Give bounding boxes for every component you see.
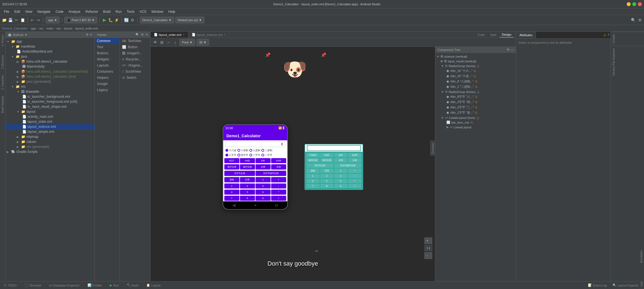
tab-close-science[interactable]: ✕ [224,33,226,36]
btn-or[interactable]: OR [256,158,271,163]
radio-16[interactable]: 十六进 [225,149,236,152]
tab-close-order[interactable]: ✕ [183,33,185,36]
palette-cat-buttons[interactable]: Buttons [95,50,120,56]
btn-and[interactable]: AND [240,158,255,163]
design-eye-icon[interactable]: 👁 [153,40,158,45]
gear-icon[interactable]: ⚙ [637,18,642,23]
device-file-tab[interactable]: Device File Explorer [611,46,644,78]
comp-rbtn2[interactable]: ◉ rbtn_2 "二进制..." ⚠ [435,84,516,89]
palette-switch[interactable]: ⊙ Switch [120,75,150,81]
btn-7[interactable]: 7 [224,196,239,201]
btn-cyclic-left[interactable]: 循环左移 [224,164,239,170]
comp-rbtn8byte[interactable]: ◉ rbtn_8字节 "八..." ⚠ [435,94,516,99]
breadcrumb-app[interactable]: app [31,27,36,30]
menu-edit[interactable]: Edit [12,9,22,14]
status-build[interactable]: 🔨 Build [125,283,140,288]
favorites-tab[interactable]: 2: Favorites [1,74,5,91]
breadcrumb-project[interactable]: Demo1_Calculator [2,27,28,30]
tab-design-view[interactable]: Design [500,32,514,38]
device-selector[interactable]: 📱 Pixel 2 API 30 ▼ [64,17,97,23]
phone-input[interactable] [225,141,285,147]
design-grid-icon[interactable]: ⊞ [159,40,164,45]
palette-cat-google[interactable]: Google [95,81,120,87]
radio-1byte[interactable]: 一字节 [261,153,272,157]
palette-scrollview[interactable]: ↕ ScrollView [120,68,150,75]
close-button[interactable] [638,2,642,6]
menu-help[interactable]: Help [166,9,178,14]
btn-multiply[interactable]: * [271,190,286,195]
btn-backslash[interactable]: \ [271,196,286,201]
comp-rbtn1byte[interactable]: ◉ rbtn_1字节 "使..." ⚠ [435,110,516,115]
palette-settings-icon[interactable]: ⚙ [141,33,144,36]
menu-tools[interactable]: Tools [125,9,137,14]
status-run[interactable]: ▶ Run [108,283,120,288]
breadcrumb-src[interactable]: src [39,27,43,30]
btn-backspace[interactable]: 退格 [224,177,239,182]
radio-4byte[interactable]: 四字节 [237,153,248,157]
menu-vcs[interactable]: VCS [137,9,149,14]
palette-cat-common[interactable]: Common [95,38,120,44]
comp-linearlayout-2[interactable]: ▶ ▭ LinearLayout [435,125,516,129]
tree-package-unittest[interactable]: ▶ 📦 henu.soft.demo1_calculator (test) [6,74,94,79]
preview-input[interactable] [307,146,360,151]
btn-xor[interactable]: XOR [271,158,286,163]
radio-2[interactable]: 二进制 [261,149,272,152]
tree-res[interactable]: ▼ 📁 res [6,84,94,89]
tree-mainactivity[interactable]: 🅒 MainActivity [6,64,94,69]
tree-package-test[interactable]: ▶ 📦 henu.soft.demo1_calculator (androidT… [6,69,94,74]
btn-3[interactable]: 3 [256,183,271,188]
btn-left[interactable]: 左移 [256,164,271,170]
tree-app[interactable]: ▼ 📁 app [6,39,94,44]
status-layout-inspector[interactable]: 🔍 Layout Inspector [611,283,642,288]
radio-10[interactable]: 十进制 [237,149,248,152]
palette-button[interactable]: ⬜ Button [120,44,150,50]
emulator-side-tab[interactable]: Emulator [638,249,644,264]
comp-btn-func-not[interactable]: ⬜ btn_func_not ⚠ [435,120,516,125]
locale-selector[interactable]: Default (en-us) ▼ [175,17,205,23]
tree-manifests[interactable]: ▼ 📁 manifests [6,44,94,49]
palette-textview[interactable]: Ab TextView [120,38,150,44]
menu-file[interactable]: File [2,9,11,14]
tree-values[interactable]: ▶ 📁 values [6,139,94,144]
menu-window[interactable]: Window [149,9,166,14]
structure-tab[interactable]: Z-Structure [1,53,5,71]
undo-icon[interactable]: ↩ [30,18,35,23]
status-event-log[interactable]: 📝 Event Log [586,283,609,288]
radio-2byte[interactable]: 二字节 [249,153,260,157]
design-arrow-icon[interactable]: ↔ [166,40,171,45]
palette-cat-widgets[interactable]: Widgets [95,56,120,62]
btn-cyclic-right[interactable]: 循环右移 [240,164,255,170]
app-selector[interactable]: app ▼ [46,17,60,23]
tree-gradle[interactable]: ▶ 🐘 Gradle Scripts [6,149,94,154]
maximize-button[interactable] [632,2,636,6]
status-profiler[interactable]: 📊 Profiler [86,283,104,288]
palette-cat-legacy[interactable]: Legacy [95,87,120,93]
search-icon[interactable]: 🔍 [631,18,636,23]
run-icon[interactable]: ▶ [102,18,107,23]
toolbar-icon-2[interactable]: 💾 [8,18,13,23]
status-todo[interactable]: ☑ TODO [2,283,18,288]
menu-run[interactable]: Run [113,9,124,14]
btn-4[interactable]: 4 [224,190,239,195]
menu-view[interactable]: View [23,9,35,14]
tree-layout-science[interactable]: 📄 layout_science.xml [6,124,94,129]
tree-res-generated[interactable]: ▶ 📁 res (generated) [6,144,94,149]
menu-build[interactable]: Build [101,9,113,14]
tree-ic-launcher-fg[interactable]: 📄 ic_launcher_foreground.xml (v24) [6,99,94,104]
comp-rbtn10[interactable]: ◉ rbtn_10 "十进..." ⚠ [435,74,516,79]
btn-right[interactable]: 右移 [271,164,286,170]
btn-1[interactable]: 1 [224,183,239,188]
tree-java[interactable]: ▼ 📁 java [6,54,94,59]
nav-back-icon[interactable]: ◁ [233,203,235,207]
btn-plusminus[interactable]: ± [256,177,271,182]
redo-icon[interactable]: ↪ [36,18,41,23]
tree-activity-main[interactable]: 📄 activity_main.xml [6,114,94,119]
comp-tree-settings-icon[interactable]: ⚙ [507,48,509,52]
comp-science[interactable]: ▼ ⊞ science (vertical) [435,54,516,59]
palette-fragment[interactable]: <> <fragme... [120,62,150,68]
btn-9[interactable]: 9 [256,196,271,201]
btn-plus[interactable]: + [271,177,286,182]
scale-selector[interactable]: 30 ▼ [197,39,209,46]
breadcrumb-layout[interactable]: layout [64,27,72,30]
palette-close-icon[interactable]: ✕ [145,33,148,36]
